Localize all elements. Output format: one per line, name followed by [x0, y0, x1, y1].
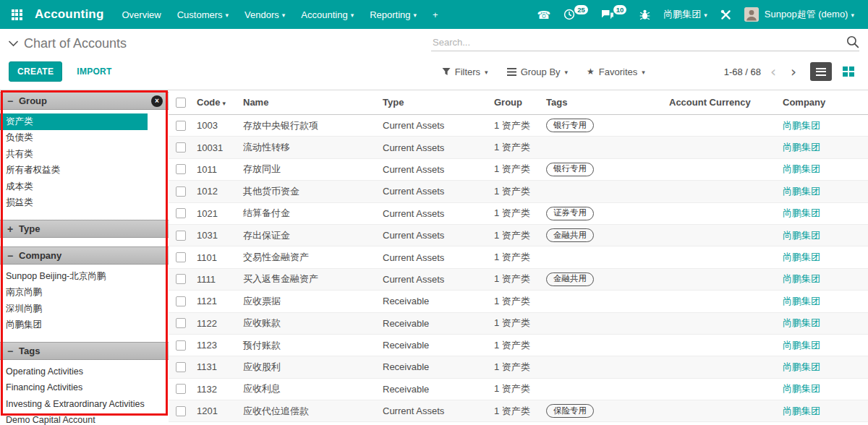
filter-item[interactable]: 负债类 [0, 130, 169, 147]
column-header-type[interactable]: Type [379, 97, 490, 108]
chat-icon [601, 9, 614, 20]
table-row[interactable]: 1012 其他货币资金 Current Assets 1 资产类 尚鹏集团 [169, 181, 868, 202]
company-switcher[interactable]: 尚鹏集团 ▾ [657, 0, 714, 29]
filter-item[interactable]: 共有类 [0, 146, 169, 163]
pager-prev-button[interactable]: ‹ [765, 64, 781, 79]
filter-item[interactable]: Financing Activities [0, 380, 169, 397]
filter-item[interactable]: 深圳尚鹏 [0, 301, 169, 317]
table-row[interactable]: 1121 应收票据 Receivable 1 资产类 尚鹏集团 [169, 291, 868, 312]
table-row[interactable]: 1201 应收代位追偿款 Current Assets 1 资产类 保险专用 尚… [169, 400, 868, 422]
row-checkbox[interactable] [176, 406, 186, 416]
filter-item[interactable]: Investing & Extraordinary Activities [0, 396, 169, 413]
tools-icon [720, 9, 731, 20]
sidebar-section-header[interactable]: − Group × [0, 92, 169, 110]
breadcrumb-search-row: Chart of Accounts [0, 29, 868, 58]
row-checkbox[interactable] [176, 362, 186, 372]
row-checkbox[interactable] [176, 318, 186, 328]
nav-menu-accounting[interactable]: Accounting ▾ [293, 0, 362, 29]
create-button[interactable]: CREATE [9, 61, 62, 82]
filter-item[interactable]: 所有者权益类 [0, 163, 169, 179]
filter-item[interactable]: Demo Capital Account [0, 413, 169, 425]
filters-menu[interactable]: Filters ▾ [442, 66, 488, 77]
collapse-toggle-icon[interactable]: − [7, 345, 14, 357]
tag-badge: 银行专用 [546, 163, 594, 176]
column-header-group[interactable]: Group [490, 97, 542, 108]
filter-item[interactable]: 损益类 [0, 195, 169, 212]
group-by-menu[interactable]: Group By ▾ [507, 66, 568, 77]
cell-group: 1 资产类 [490, 272, 542, 286]
sidebar-section-header[interactable]: − Tags [0, 342, 169, 360]
row-checkbox[interactable] [176, 384, 186, 394]
collapse-toggle-icon[interactable]: − [7, 250, 14, 262]
collapse-toggle-icon[interactable]: + [7, 223, 14, 235]
activities-button[interactable]: 25 [557, 0, 595, 29]
kanban-view-button[interactable] [838, 62, 859, 81]
filter-item[interactable]: 尚鹏集团 [0, 317, 169, 334]
apps-menu-button[interactable] [4, 0, 29, 29]
content-area: − Group × 资产类负债类共有类所有者权益类成本类损益类 + Type −… [0, 90, 868, 425]
nav-menu-reporting[interactable]: Reporting ▾ [362, 0, 425, 29]
nav-menu-customers[interactable]: Customers ▾ [169, 0, 237, 29]
column-header-account-currency[interactable]: Account Currency [665, 97, 779, 108]
row-checkbox[interactable] [176, 208, 186, 218]
tools-button[interactable] [714, 0, 738, 29]
messages-button[interactable]: 10 [595, 0, 634, 29]
breadcrumb-toggle[interactable] [9, 40, 18, 47]
row-checkbox[interactable] [176, 142, 186, 153]
cell-type: Current Assets [379, 164, 490, 175]
table-row[interactable]: 1131 应收股利 Receivable 1 资产类 尚鹏集团 [169, 356, 868, 378]
table-row[interactable]: 1011 存放同业 Current Assets 1 资产类 银行专用 尚鹏集团 [169, 159, 868, 181]
cell-tags: 证券专用 [542, 207, 665, 220]
column-header-code[interactable]: Code▾ [193, 97, 239, 108]
table-row[interactable]: 1122 应收账款 Receivable 1 资产类 尚鹏集团 [169, 313, 868, 335]
collapse-toggle-icon[interactable]: − [7, 95, 14, 107]
table-row[interactable]: 1123 预付账款 Receivable 1 资产类 尚鹏集团 [169, 335, 868, 356]
cell-group: 1 资产类 [490, 339, 542, 352]
close-icon[interactable]: × [151, 95, 163, 107]
filter-item[interactable]: 资产类 [0, 113, 148, 130]
column-header-company[interactable]: Company [779, 97, 868, 108]
row-checkbox[interactable] [176, 252, 186, 262]
nav-menu-vendors[interactable]: Vendors ▾ [237, 0, 293, 29]
filter-item[interactable]: 成本类 [0, 179, 169, 195]
nav-menu-overview[interactable]: Overview [114, 0, 169, 29]
cell-type: Current Assets [379, 208, 490, 219]
sidebar-section-header[interactable]: − Company [0, 246, 169, 265]
debug-button[interactable] [633, 0, 657, 29]
cell-type: Current Assets [379, 405, 490, 416]
row-checkbox[interactable] [176, 296, 186, 306]
row-checkbox[interactable] [176, 121, 186, 131]
favorites-menu[interactable]: ★ Favorites ▾ [587, 66, 645, 77]
row-checkbox[interactable] [176, 231, 186, 241]
list-view-button[interactable] [810, 62, 832, 81]
phone-button[interactable]: ☎ [530, 0, 557, 29]
column-header-name[interactable]: Name [239, 97, 379, 108]
table-row[interactable]: 1003 存放中央银行款项 Current Assets 1 资产类 银行专用 … [169, 115, 868, 137]
user-menu[interactable]: Sunpop超管 (demo) ▾ [738, 0, 861, 29]
pager-next-button[interactable]: › [786, 64, 801, 79]
row-checkbox[interactable] [176, 340, 186, 351]
table-row[interactable]: 1021 结算备付金 Current Assets 1 资产类 证券专用 尚鹏集… [169, 203, 868, 225]
avatar [744, 7, 759, 22]
row-checkbox[interactable] [176, 186, 186, 197]
filter-item[interactable]: Sunpop Beijing-北京尚鹏 [0, 268, 169, 285]
table-row[interactable]: 1132 应收利息 Receivable 1 资产类 尚鹏集团 [169, 379, 868, 400]
filter-item[interactable]: Operating Activities [0, 364, 169, 380]
table-row[interactable]: 1101 交易性金融资产 Current Assets 1 资产类 尚鹏集团 [169, 246, 868, 268]
search-input[interactable] [431, 36, 846, 48]
bug-icon [639, 9, 650, 20]
filter-item[interactable]: 南京尚鹏 [0, 285, 169, 301]
table-row[interactable]: 1031 存出保证金 Current Assets 1 资产类 金融共用 尚鹏集… [169, 225, 868, 246]
nav-menu-quick-add[interactable]: + [425, 0, 446, 29]
select-all-checkbox[interactable] [176, 98, 186, 108]
row-checkbox[interactable] [176, 274, 186, 284]
import-button[interactable]: IMPORT [72, 66, 116, 77]
table-row[interactable]: 10031 流动性转移 Current Assets 1 资产类 尚鹏集团 [169, 137, 868, 158]
row-checkbox[interactable] [176, 164, 186, 174]
accounts-table: Code▾NameTypeGroupTagsAccount CurrencyCo… [169, 90, 868, 425]
table-row[interactable]: 1111 买入返售金融资产 Current Assets 1 资产类 金融共用 … [169, 269, 868, 291]
search-icon [846, 35, 859, 48]
search-button[interactable] [846, 35, 859, 48]
sidebar-section-header[interactable]: + Type [0, 220, 169, 238]
column-header-tags[interactable]: Tags [542, 97, 665, 108]
